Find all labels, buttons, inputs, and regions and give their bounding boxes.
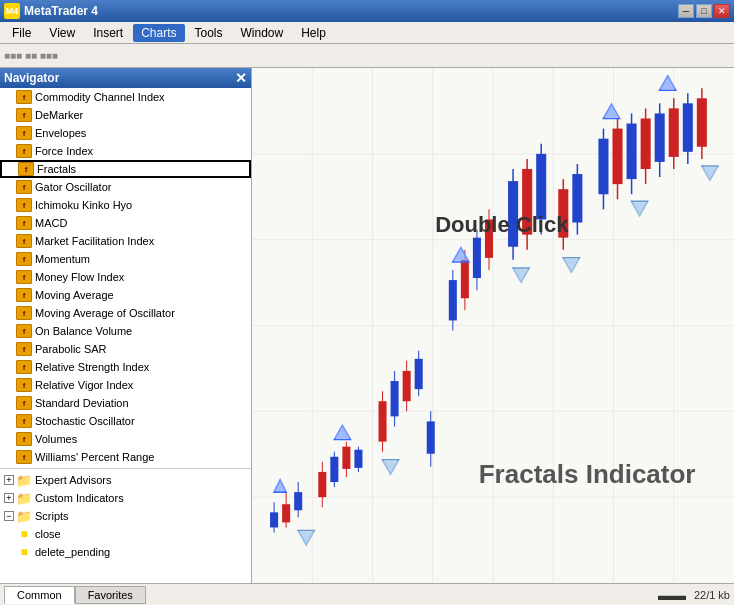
navigator-body[interactable]: f Commodity Channel Index f DeMarker f E… (0, 88, 251, 583)
indicator-icon: f (16, 270, 32, 284)
main-area: Navigator ✕ f Commodity Channel Index f … (0, 68, 734, 583)
title-bar-controls: ─ □ ✕ (678, 4, 730, 18)
nav-item-fractals[interactable]: f Fractals (0, 160, 251, 178)
script-icon-close: ■ (16, 527, 32, 541)
nav-label: DeMarker (35, 109, 83, 121)
svg-rect-70 (427, 421, 435, 453)
nav-item-money-flow[interactable]: f Money Flow Index (0, 268, 251, 286)
tab-favorites[interactable]: Favorites (75, 586, 146, 604)
nav-item-custom-indicators[interactable]: + 📁 Custom Indicators (0, 489, 251, 507)
svg-rect-42 (485, 219, 493, 257)
nav-item-moving-average-oscillator[interactable]: f Moving Average of Oscillator (0, 304, 251, 322)
chart-indicator-icon: ▬▬ (658, 587, 686, 603)
menu-tools[interactable]: Tools (187, 24, 231, 42)
indicator-icon: f (16, 252, 32, 266)
nav-item-moving-average[interactable]: f Moving Average (0, 286, 251, 304)
navigator-close-button[interactable]: ✕ (235, 71, 247, 85)
nav-item-rsi[interactable]: f Relative Strength Index (0, 358, 251, 376)
indicator-icon: f (16, 288, 32, 302)
svg-rect-50 (558, 189, 568, 237)
nav-item-close-script[interactable]: ■ close (0, 525, 251, 543)
tab-common[interactable]: Common (4, 586, 75, 604)
nav-item-commodity-channel-index[interactable]: f Commodity Channel Index (0, 88, 251, 106)
nav-label: On Balance Volume (35, 325, 132, 337)
svg-rect-56 (612, 129, 622, 185)
nav-item-expert-advisors[interactable]: + 📁 Expert Advisors (0, 471, 251, 489)
svg-rect-24 (342, 447, 350, 469)
navigator-title: Navigator (4, 71, 59, 85)
indicator-icon: f (18, 162, 34, 176)
nav-item-on-balance-volume[interactable]: f On Balance Volume (0, 322, 251, 340)
indicator-icon: f (16, 180, 32, 194)
svg-rect-64 (669, 108, 679, 156)
nav-label: Expert Advisors (35, 474, 111, 486)
nav-label: Relative Vigor Index (35, 379, 133, 391)
navigator-panel: Navigator ✕ f Commodity Channel Index f … (0, 68, 252, 583)
toolbar: ■■■ ■■ ■■■ (0, 44, 734, 68)
expand-icon-ea[interactable]: + (4, 475, 14, 485)
nav-item-ichimoku[interactable]: f Ichimoku Kinko Hyo (0, 196, 251, 214)
nav-item-volumes[interactable]: f Volumes (0, 430, 251, 448)
indicator-icon: f (16, 324, 32, 338)
folder-icon-ea: 📁 (16, 473, 32, 487)
svg-rect-22 (330, 457, 338, 482)
menu-view[interactable]: View (41, 24, 83, 42)
menu-window[interactable]: Window (233, 24, 292, 42)
indicator-icon: f (16, 378, 32, 392)
nav-label: close (35, 528, 61, 540)
menu-help[interactable]: Help (293, 24, 334, 42)
nav-item-gator-oscillator[interactable]: f Gator Oscillator (0, 178, 251, 196)
nav-item-market-facilitation[interactable]: f Market Facilitation Index (0, 232, 251, 250)
indicator-icon: f (16, 306, 32, 320)
nav-item-rvi[interactable]: f Relative Vigor Index (0, 376, 251, 394)
nav-label: Envelopes (35, 127, 86, 139)
navigator-header: Navigator ✕ (0, 68, 251, 88)
svg-rect-20 (318, 472, 326, 497)
nav-item-williams[interactable]: f Williams' Percent Range (0, 448, 251, 466)
indicator-icon: f (16, 342, 32, 356)
svg-rect-46 (522, 169, 532, 235)
nav-item-scripts[interactable]: − 📁 Scripts (0, 507, 251, 525)
nav-item-envelopes[interactable]: f Envelopes (0, 124, 251, 142)
status-right: ▬▬ 22/1 kb (658, 587, 730, 603)
nav-item-macd[interactable]: f MACD (0, 214, 251, 232)
nav-item-momentum[interactable]: f Momentum (0, 250, 251, 268)
maximize-button[interactable]: □ (696, 4, 712, 18)
menu-charts[interactable]: Charts (133, 24, 184, 42)
expand-icon-scripts[interactable]: − (4, 511, 14, 521)
nav-item-delete-pending-script[interactable]: ■ delete_pending (0, 543, 251, 561)
svg-rect-28 (379, 401, 387, 441)
nav-label: Standard Deviation (35, 397, 129, 409)
nav-item-force-index[interactable]: f Force Index (0, 142, 251, 160)
title-bar-left: M4 MetaTrader 4 (4, 3, 98, 19)
close-button[interactable]: ✕ (714, 4, 730, 18)
menu-insert[interactable]: Insert (85, 24, 131, 42)
nav-label: Relative Strength Index (35, 361, 149, 373)
nav-item-demarker[interactable]: f DeMarker (0, 106, 251, 124)
chart-area[interactable]: Double Click Fractals Indicator (252, 68, 734, 583)
indicator-icon: f (16, 432, 32, 446)
minimize-button[interactable]: ─ (678, 4, 694, 18)
nav-label: Scripts (35, 510, 69, 522)
menu-file[interactable]: File (4, 24, 39, 42)
indicator-icon: f (16, 216, 32, 230)
nav-separator-1 (0, 468, 251, 469)
chart-svg (252, 68, 734, 583)
nav-item-parabolic-sar[interactable]: f Parabolic SAR (0, 340, 251, 358)
nav-label: Williams' Percent Range (35, 451, 154, 463)
nav-label: Money Flow Index (35, 271, 124, 283)
svg-rect-62 (655, 113, 665, 161)
expand-icon-ci[interactable]: + (4, 493, 14, 503)
svg-rect-52 (572, 174, 582, 222)
indicator-icon: f (16, 450, 32, 464)
nav-item-standard-deviation[interactable]: f Standard Deviation (0, 394, 251, 412)
status-kb: 22/1 kb (694, 589, 730, 601)
svg-rect-48 (536, 154, 546, 220)
indicator-icon: f (16, 396, 32, 410)
nav-label: Moving Average (35, 289, 114, 301)
nav-label: Momentum (35, 253, 90, 265)
nav-label: Ichimoku Kinko Hyo (35, 199, 132, 211)
nav-item-stochastic[interactable]: f Stochastic Oscillator (0, 412, 251, 430)
svg-rect-44 (508, 181, 518, 247)
folder-icon-ci: 📁 (16, 491, 32, 505)
